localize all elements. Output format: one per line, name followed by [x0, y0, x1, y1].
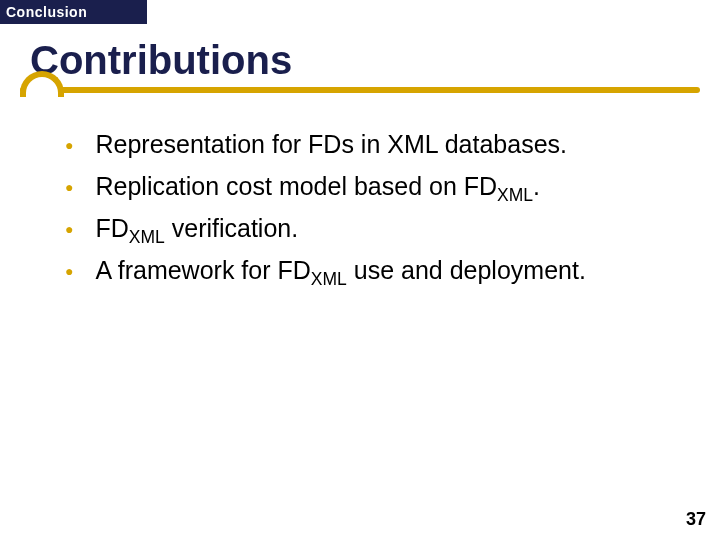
- list-item: ● Replication cost model based on FDXML.: [65, 172, 680, 206]
- bullet-icon: ●: [65, 263, 73, 279]
- list-item: ● FDXML verification.: [65, 214, 680, 248]
- page-number: 37: [686, 509, 706, 530]
- bullet-icon: ●: [65, 221, 73, 237]
- bullet-list: ● Representation for FDs in XML database…: [65, 130, 680, 298]
- bullet-icon: ●: [65, 137, 73, 153]
- page-title: Contributions: [20, 38, 700, 83]
- title-underline: [20, 87, 700, 93]
- bullet-icon: ●: [65, 179, 73, 195]
- list-item-text: A framework for FDXML use and deployment…: [95, 256, 585, 290]
- list-item-text: Replication cost model based on FDXML.: [95, 172, 540, 206]
- list-item: ● Representation for FDs in XML database…: [65, 130, 680, 164]
- list-item: ● A framework for FDXML use and deployme…: [65, 256, 680, 290]
- title-block: Contributions: [20, 38, 700, 93]
- list-item-text: Representation for FDs in XML databases.: [95, 130, 567, 164]
- section-tag: Conclusion: [0, 0, 147, 24]
- list-item-text: FDXML verification.: [95, 214, 298, 248]
